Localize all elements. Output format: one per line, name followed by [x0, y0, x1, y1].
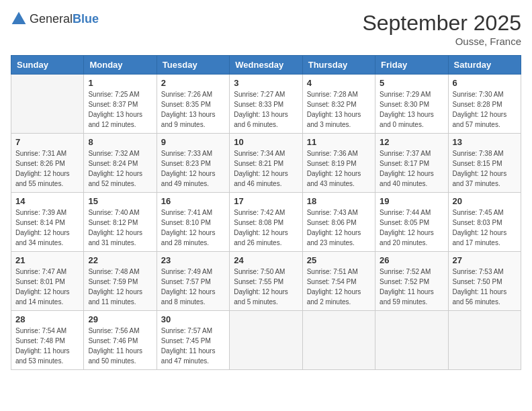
location: Ousse, France: [362, 36, 521, 47]
day-cell: 7Sunrise: 7:31 AMSunset: 8:26 PMDaylight…: [11, 134, 84, 193]
day-info: Sunrise: 7:38 AMSunset: 8:15 PMDaylight:…: [453, 148, 517, 189]
day-cell: [230, 311, 302, 370]
header-thursday: Thursday: [302, 56, 375, 75]
day-number: 15: [88, 196, 152, 206]
week-row-4: 21Sunrise: 7:47 AMSunset: 8:01 PMDayligh…: [11, 252, 521, 311]
day-cell: 15Sunrise: 7:40 AMSunset: 8:12 PMDayligh…: [84, 193, 157, 252]
day-cell: 5Sunrise: 7:29 AMSunset: 8:30 PMDaylight…: [375, 75, 448, 134]
logo: GeneralBlue: [11, 11, 99, 27]
day-cell: 1Sunrise: 7:25 AMSunset: 8:37 PMDaylight…: [84, 75, 157, 134]
week-row-2: 7Sunrise: 7:31 AMSunset: 8:26 PMDaylight…: [11, 134, 521, 193]
day-number: 1: [88, 78, 152, 88]
day-number: 6: [453, 78, 517, 88]
day-cell: 28Sunrise: 7:54 AMSunset: 7:48 PMDayligh…: [11, 311, 84, 370]
page-header: GeneralBlue September 2025 Ousse, France: [11, 11, 521, 47]
day-number: 23: [161, 255, 225, 265]
day-info: Sunrise: 7:44 AMSunset: 8:05 PMDaylight:…: [380, 208, 443, 248]
day-cell: [11, 75, 84, 134]
day-number: 27: [453, 255, 517, 265]
day-number: 18: [307, 196, 371, 206]
day-number: 7: [15, 137, 79, 147]
month-title: September 2025: [362, 11, 521, 36]
day-info: Sunrise: 7:53 AMSunset: 7:50 PMDaylight:…: [453, 267, 517, 307]
day-info: Sunrise: 7:50 AMSunset: 7:55 PMDaylight:…: [234, 267, 298, 307]
header-monday: Monday: [84, 56, 157, 75]
day-number: 16: [161, 196, 225, 206]
day-cell: 4Sunrise: 7:28 AMSunset: 8:32 PMDaylight…: [302, 75, 375, 134]
day-info: Sunrise: 7:54 AMSunset: 7:48 PMDaylight:…: [15, 326, 79, 366]
day-cell: 23Sunrise: 7:49 AMSunset: 7:57 PMDayligh…: [157, 252, 229, 311]
day-info: Sunrise: 7:40 AMSunset: 8:12 PMDaylight:…: [88, 208, 152, 248]
header-friday: Friday: [375, 56, 448, 75]
day-info: Sunrise: 7:43 AMSunset: 8:06 PMDaylight:…: [307, 208, 371, 248]
day-number: 19: [380, 196, 443, 206]
week-row-1: 1Sunrise: 7:25 AMSunset: 8:37 PMDaylight…: [11, 75, 521, 134]
day-number: 13: [453, 137, 517, 147]
day-cell: 6Sunrise: 7:30 AMSunset: 8:28 PMDaylight…: [448, 75, 521, 134]
header-saturday: Saturday: [448, 56, 521, 75]
day-info: Sunrise: 7:48 AMSunset: 7:59 PMDaylight:…: [88, 267, 152, 307]
day-number: 29: [88, 314, 152, 324]
day-info: Sunrise: 7:42 AMSunset: 8:08 PMDaylight:…: [234, 208, 298, 248]
day-number: 8: [88, 137, 152, 147]
header-wednesday: Wednesday: [230, 56, 302, 75]
day-info: Sunrise: 7:47 AMSunset: 8:01 PMDaylight:…: [15, 267, 79, 307]
day-cell: 17Sunrise: 7:42 AMSunset: 8:08 PMDayligh…: [230, 193, 302, 252]
day-cell: 27Sunrise: 7:53 AMSunset: 7:50 PMDayligh…: [448, 252, 521, 311]
day-cell: 13Sunrise: 7:38 AMSunset: 8:15 PMDayligh…: [448, 134, 521, 193]
header-sunday: Sunday: [11, 56, 84, 75]
day-number: 25: [307, 255, 371, 265]
week-row-5: 28Sunrise: 7:54 AMSunset: 7:48 PMDayligh…: [11, 311, 521, 370]
day-cell: 20Sunrise: 7:45 AMSunset: 8:03 PMDayligh…: [448, 193, 521, 252]
day-info: Sunrise: 7:32 AMSunset: 8:24 PMDaylight:…: [88, 148, 152, 189]
day-info: Sunrise: 7:37 AMSunset: 8:17 PMDaylight:…: [380, 148, 443, 189]
day-cell: 18Sunrise: 7:43 AMSunset: 8:06 PMDayligh…: [302, 193, 375, 252]
day-number: 22: [88, 255, 152, 265]
day-cell: 30Sunrise: 7:57 AMSunset: 7:45 PMDayligh…: [157, 311, 229, 370]
day-info: Sunrise: 7:52 AMSunset: 7:52 PMDaylight:…: [380, 267, 443, 307]
calendar-header-row: SundayMondayTuesdayWednesdayThursdayFrid…: [11, 56, 521, 75]
day-number: 20: [453, 196, 517, 206]
day-info: Sunrise: 7:36 AMSunset: 8:19 PMDaylight:…: [307, 148, 371, 189]
day-cell: [375, 311, 448, 370]
day-number: 2: [161, 78, 225, 88]
logo-text-general: General: [30, 12, 73, 26]
day-number: 28: [15, 314, 79, 324]
day-cell: [302, 311, 375, 370]
day-cell: 16Sunrise: 7:41 AMSunset: 8:10 PMDayligh…: [157, 193, 229, 252]
day-number: 30: [161, 314, 225, 324]
day-number: 17: [234, 196, 298, 206]
day-info: Sunrise: 7:31 AMSunset: 8:26 PMDaylight:…: [15, 148, 79, 189]
day-cell: 26Sunrise: 7:52 AMSunset: 7:52 PMDayligh…: [375, 252, 448, 311]
day-cell: [448, 311, 521, 370]
day-info: Sunrise: 7:34 AMSunset: 8:21 PMDaylight:…: [234, 148, 298, 189]
day-cell: 8Sunrise: 7:32 AMSunset: 8:24 PMDaylight…: [84, 134, 157, 193]
day-cell: 25Sunrise: 7:51 AMSunset: 7:54 PMDayligh…: [302, 252, 375, 311]
day-cell: 22Sunrise: 7:48 AMSunset: 7:59 PMDayligh…: [84, 252, 157, 311]
day-cell: 12Sunrise: 7:37 AMSunset: 8:17 PMDayligh…: [375, 134, 448, 193]
day-cell: 2Sunrise: 7:26 AMSunset: 8:35 PMDaylight…: [157, 75, 229, 134]
calendar-table: SundayMondayTuesdayWednesdayThursdayFrid…: [11, 55, 521, 370]
day-info: Sunrise: 7:27 AMSunset: 8:33 PMDaylight:…: [234, 89, 298, 130]
day-cell: 21Sunrise: 7:47 AMSunset: 8:01 PMDayligh…: [11, 252, 84, 311]
day-cell: 29Sunrise: 7:56 AMSunset: 7:46 PMDayligh…: [84, 311, 157, 370]
day-info: Sunrise: 7:29 AMSunset: 8:30 PMDaylight:…: [380, 89, 443, 130]
day-info: Sunrise: 7:26 AMSunset: 8:35 PMDaylight:…: [161, 89, 225, 130]
day-number: 10: [234, 137, 298, 147]
day-cell: 11Sunrise: 7:36 AMSunset: 8:19 PMDayligh…: [302, 134, 375, 193]
day-info: Sunrise: 7:28 AMSunset: 8:32 PMDaylight:…: [307, 89, 371, 130]
day-info: Sunrise: 7:30 AMSunset: 8:28 PMDaylight:…: [453, 89, 517, 130]
title-area: September 2025 Ousse, France: [362, 11, 521, 47]
day-info: Sunrise: 7:25 AMSunset: 8:37 PMDaylight:…: [88, 89, 152, 130]
week-row-3: 14Sunrise: 7:39 AMSunset: 8:14 PMDayligh…: [11, 193, 521, 252]
logo-icon: [11, 11, 27, 27]
day-info: Sunrise: 7:39 AMSunset: 8:14 PMDaylight:…: [15, 208, 79, 248]
day-cell: 14Sunrise: 7:39 AMSunset: 8:14 PMDayligh…: [11, 193, 84, 252]
day-number: 9: [161, 137, 225, 147]
day-number: 26: [380, 255, 443, 265]
day-number: 12: [380, 137, 443, 147]
day-cell: 3Sunrise: 7:27 AMSunset: 8:33 PMDaylight…: [230, 75, 302, 134]
day-info: Sunrise: 7:51 AMSunset: 7:54 PMDaylight:…: [307, 267, 371, 307]
day-number: 5: [380, 78, 443, 88]
day-cell: 9Sunrise: 7:33 AMSunset: 8:23 PMDaylight…: [157, 134, 229, 193]
